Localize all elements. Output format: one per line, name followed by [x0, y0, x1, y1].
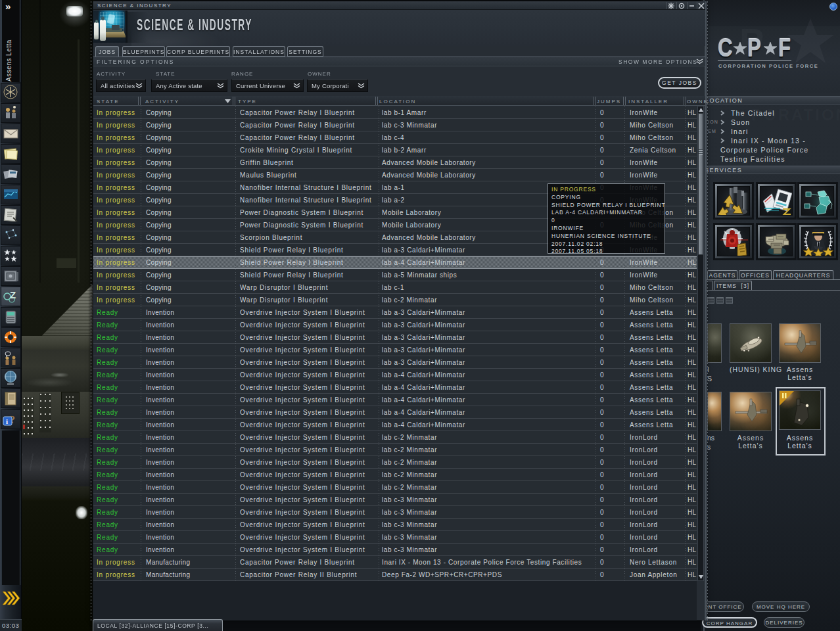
- svg-text:Z: Z: [10, 289, 16, 300]
- svg-text:i: i: [6, 417, 8, 425]
